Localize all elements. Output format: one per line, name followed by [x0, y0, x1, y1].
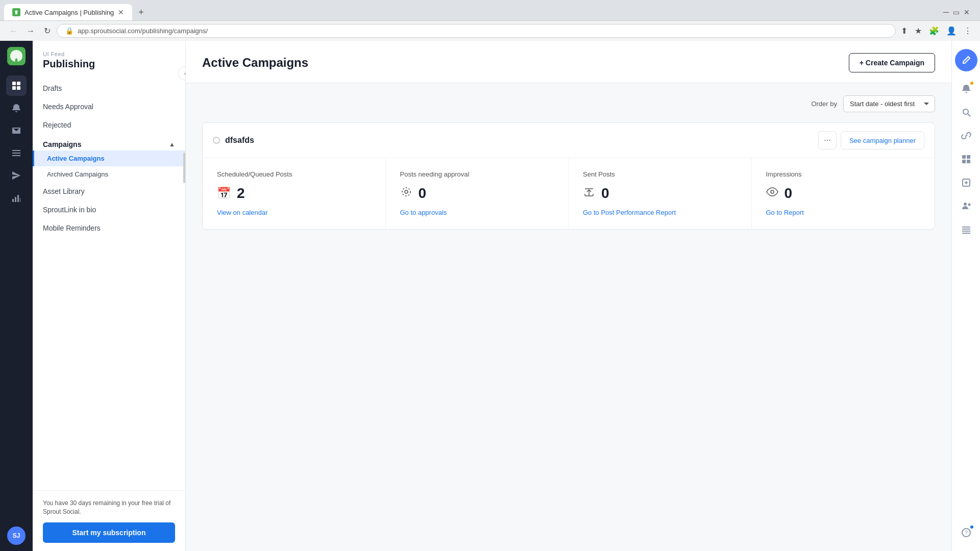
- needs-approval-label: Needs Approval: [43, 103, 93, 111]
- svg-line-17: [968, 114, 970, 116]
- menu-icon[interactable]: ⋮: [962, 24, 974, 38]
- campaign-name: dfsafds: [225, 136, 254, 145]
- forward-button[interactable]: →: [23, 24, 38, 38]
- svg-rect-2: [17, 82, 20, 85]
- svg-point-26: [964, 203, 967, 206]
- right-panel: ?: [951, 41, 980, 551]
- add-panel-icon[interactable]: [956, 172, 976, 193]
- svg-rect-8: [12, 199, 14, 202]
- notifications-panel-icon[interactable]: [956, 79, 976, 99]
- share-icon[interactable]: ⬆: [899, 24, 910, 38]
- go-to-post-performance-link[interactable]: Go to Post Performance Report: [583, 209, 676, 216]
- notification-badge: [969, 81, 974, 86]
- stat-approval-value: 0: [419, 185, 427, 202]
- stat-sent-value-row: 0: [583, 185, 737, 202]
- sidebar-campaigns-section: Campaigns ▲: [33, 134, 185, 151]
- sidebar-item-asset-library[interactable]: Asset Library: [33, 182, 185, 201]
- stat-approval-value-row: 0: [400, 185, 554, 202]
- profile-icon[interactable]: 👤: [944, 24, 959, 38]
- stat-sent-posts: Sent Posts 0 Go to Post Performance Repo…: [569, 158, 752, 229]
- svg-rect-29: [962, 229, 970, 230]
- view-on-calendar-link[interactable]: View on calendar: [217, 209, 268, 216]
- icon-rail: SJ: [0, 41, 33, 551]
- sproutlink-label: SproutLink in bio: [43, 206, 96, 214]
- compose-edit-button[interactable]: [955, 49, 977, 71]
- new-tab-button[interactable]: +: [134, 5, 148, 20]
- svg-rect-30: [962, 231, 970, 232]
- svg-rect-4: [17, 86, 20, 90]
- extension-icon[interactable]: 🧩: [927, 24, 941, 38]
- stat-approval-posts: Posts needing approval 0 Go to approvals: [386, 158, 569, 229]
- restore-button[interactable]: ▭: [953, 8, 960, 16]
- app-logo[interactable]: [7, 47, 26, 65]
- create-campaign-button[interactable]: + Create Campaign: [849, 53, 935, 72]
- tab-title: Active Campaigns | Publishing: [24, 9, 114, 16]
- nav-send-icon[interactable]: [6, 165, 27, 186]
- sidebar-campaigns-header[interactable]: Campaigns ▲: [43, 140, 175, 148]
- close-window-button[interactable]: ✕: [964, 8, 970, 16]
- drafts-label: Drafts: [43, 84, 62, 92]
- nav-inbox-icon[interactable]: [6, 120, 27, 141]
- people-panel-icon[interactable]: [956, 196, 976, 216]
- main-content: Active Campaigns + Create Campaign Order…: [186, 41, 951, 551]
- approval-icon: [400, 186, 412, 201]
- stat-scheduled-value-row: 📅 2: [217, 185, 371, 202]
- table-panel-icon[interactable]: [956, 219, 976, 240]
- sidebar-item-mobile-reminders[interactable]: Mobile Reminders: [33, 219, 185, 237]
- svg-point-27: [968, 204, 970, 206]
- reload-button[interactable]: ↻: [41, 24, 54, 38]
- main-header: Active Campaigns + Create Campaign: [186, 41, 951, 83]
- active-campaigns-label: Active Campaigns: [47, 155, 105, 162]
- app-layout: SJ UI Feed Publishing ‹ Drafts Needs App…: [0, 41, 980, 551]
- sidebar-item-sproutlink[interactable]: SproutLink in bio: [33, 201, 185, 219]
- order-by-label: Order by: [811, 100, 837, 108]
- see-campaign-planner-button[interactable]: See campaign planner: [841, 131, 924, 149]
- stat-sent-label: Sent Posts: [583, 170, 737, 178]
- stat-impressions-label: Impressions: [766, 170, 921, 178]
- page-title: Active Campaigns: [202, 56, 308, 70]
- svg-rect-9: [15, 197, 16, 202]
- main-body: Order by Start date - oldest first Start…: [186, 83, 951, 551]
- tab-close-button[interactable]: ✕: [118, 8, 124, 16]
- campaign-status-dot: [213, 137, 220, 144]
- nav-list-icon[interactable]: [6, 143, 27, 163]
- address-bar[interactable]: 🔒 app.sproutsocial.com/publishing/campai…: [57, 24, 896, 38]
- trial-text: You have 30 days remaining in your free …: [43, 499, 175, 516]
- sent-icon: [583, 186, 595, 201]
- nav-analytics-icon[interactable]: [6, 188, 27, 208]
- stat-scheduled-label: Scheduled/Queued Posts: [217, 170, 371, 178]
- sidebar-item-rejected[interactable]: Rejected: [33, 116, 185, 134]
- campaigns-section-label: Campaigns: [43, 140, 81, 148]
- stat-scheduled-value: 2: [237, 185, 245, 202]
- sidebar-item-needs-approval[interactable]: Needs Approval: [33, 97, 185, 116]
- svg-point-12: [405, 190, 408, 193]
- bookmark-icon[interactable]: ★: [913, 24, 924, 38]
- start-subscription-button[interactable]: Start my subscription: [43, 522, 175, 543]
- nav-notifications-icon[interactable]: [6, 98, 27, 118]
- order-by-select[interactable]: Start date - oldest first Start date - n…: [843, 95, 935, 112]
- help-panel-icon[interactable]: ?: [956, 522, 976, 543]
- sidebar-item-drafts[interactable]: Drafts: [33, 79, 185, 97]
- go-to-report-link[interactable]: Go to Report: [766, 209, 804, 216]
- sidebar-campaigns-sub-items: Active Campaigns Archived Campaigns: [33, 151, 185, 182]
- svg-rect-3: [12, 86, 16, 90]
- campaign-name-row: dfsafds: [213, 136, 254, 145]
- browser-tab-active[interactable]: Active Campaigns | Publishing ✕: [4, 4, 132, 20]
- svg-point-15: [771, 190, 774, 193]
- minimize-button[interactable]: ─: [943, 8, 949, 17]
- sidebar-title: Publishing: [43, 58, 175, 70]
- svg-text:?: ?: [965, 530, 968, 536]
- link-panel-icon[interactable]: [956, 126, 976, 146]
- sidebar-item-active-campaigns[interactable]: Active Campaigns: [33, 151, 185, 166]
- search-panel-icon[interactable]: [956, 102, 976, 122]
- grid-panel-icon[interactable]: [956, 149, 976, 169]
- svg-rect-31: [962, 233, 970, 234]
- nav-publishing-icon[interactable]: [6, 76, 27, 96]
- campaign-more-button[interactable]: ···: [818, 131, 837, 149]
- sidebar-item-archived-campaigns[interactable]: Archived Campaigns: [33, 166, 185, 182]
- user-avatar[interactable]: SJ: [7, 527, 26, 545]
- go-to-approvals-link[interactable]: Go to approvals: [400, 209, 447, 216]
- back-button[interactable]: ←: [6, 24, 20, 38]
- sidebar: UI Feed Publishing ‹ Drafts Needs Approv…: [33, 41, 186, 551]
- campaign-card-header: dfsafds ··· See campaign planner: [203, 123, 935, 158]
